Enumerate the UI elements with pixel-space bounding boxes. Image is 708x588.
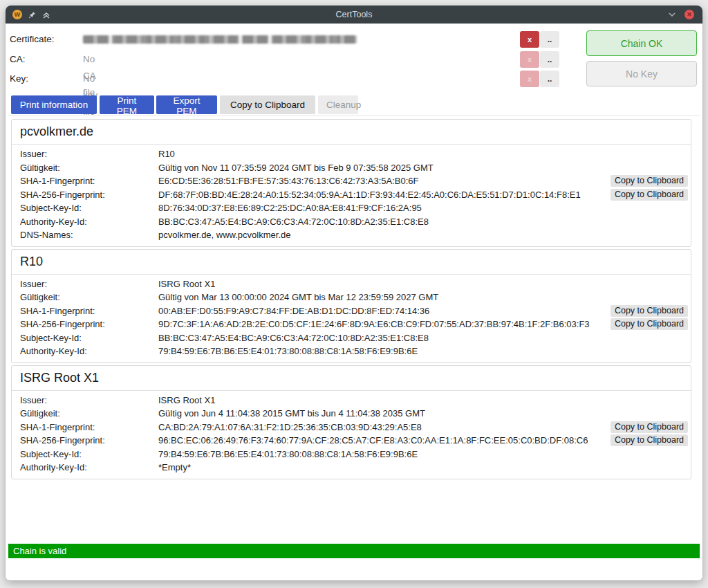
cert-field-label: Subject-Key-Id: (20, 449, 158, 459)
cert-row: Issuer:ISRG Root X1 (20, 277, 688, 291)
cert-title-divider (12, 274, 691, 275)
cert-field-value: DF:68:7F:0B:BD:4E:28:24:A0:15:52:34:05:9… (158, 190, 611, 200)
cert-row: Gültigkeit:Gültig von Mar 13 00:00:00 20… (20, 291, 688, 304)
cert-row: SHA-256-Fingerprint:DF:68:7F:0B:BD:4E:28… (20, 188, 688, 202)
cert-field-label: SHA-1-Fingerprint: (20, 422, 158, 432)
cert-field-value: Gültig von Jun 4 11:04:38 2015 GMT bis J… (158, 408, 688, 419)
cert-row: Authority-Key-Id:79:B4:59:E6:7B:B6:E5:E4… (20, 344, 688, 358)
cert-field-label: Issuer: (20, 395, 158, 405)
key-browse-button[interactable]: .. (540, 71, 559, 87)
certificate-browse-button[interactable]: .. (540, 31, 559, 48)
ca-label: CA: (10, 51, 26, 68)
cert-row: SHA-256-Fingerprint:96:BC:EC:06:26:49:76… (20, 434, 688, 448)
window-title: CertTools (6, 6, 702, 24)
cert-field-label: Subject-Key-Id: (20, 203, 158, 213)
cert-field-value: Gültig von Mar 13 00:00:00 2024 GMT bis … (158, 292, 688, 302)
export-pem-button[interactable]: Export PEM (156, 95, 217, 114)
cert-field-value: 00:AB:EF:D0:55:F9:A9:C7:84:FF:DE:AB:D1:D… (158, 306, 611, 316)
print-pem-button[interactable]: Print PEM (100, 95, 154, 114)
cert-field-label: Authority-Key-Id: (20, 217, 158, 227)
cert-row: SHA-256-Fingerprint:9D:7C:3F:1A:A6:AD:2B… (20, 318, 688, 331)
cert-field-label: DNS-Names: (20, 230, 158, 240)
certificate-card: R10 Issuer:ISRG Root X1Gültigkeit:Gültig… (11, 249, 691, 363)
cert-row: Issuer:ISRG Root X1 (20, 394, 688, 407)
cert-rows: Issuer:ISRG Root X1Gültigkeit:Gültig von… (12, 394, 691, 475)
cert-field-label: SHA-256-Fingerprint: (20, 319, 158, 329)
copy-to-clipboard-button[interactable]: Copy to Clipboard (611, 318, 688, 330)
cert-field-label: Subject-Key-Id: (20, 333, 158, 343)
cert-title: pcvolkmer.de (20, 123, 682, 140)
cert-field-value: Gültig von Nov 11 07:35:59 2024 GMT bis … (158, 163, 688, 173)
cert-list: pcvolkmer.de Issuer:R10Gültigkeit:Gültig… (11, 119, 691, 481)
certificate-label: Certificate: (10, 31, 55, 48)
cert-field-value: 79:B4:59:E6:7B:B6:E5:E4:01:73:80:08:88:C… (158, 449, 688, 459)
cert-field-value: BB:BC:C3:47:A5:E4:BC:A9:C6:C3:A4:72:0C:1… (158, 217, 688, 227)
cert-field-value: 79:B4:59:E6:7B:B6:E5:E4:01:73:80:08:88:C… (158, 346, 688, 356)
cert-field-label: Gültigkeit: (20, 163, 158, 173)
cert-field-value: E6:CD:5E:36:28:51:FB:FE:57:35:43:76:13:C… (158, 176, 611, 186)
cert-row: Gültigkeit:Gültig von Jun 4 11:04:38 201… (20, 407, 688, 421)
cert-row: Subject-Key-Id:BB:BC:C3:47:A5:E4:BC:A9:C… (20, 331, 688, 345)
print-information-button[interactable]: Print information (11, 95, 97, 114)
certificate-card: pcvolkmer.de Issuer:R10Gültigkeit:Gültig… (11, 119, 691, 247)
copy-to-clipboard-toolbar-button[interactable]: Copy to Clipboard (220, 95, 315, 114)
cert-row: Authority-Key-Id:BB:BC:C3:47:A5:E4:BC:A9… (20, 215, 688, 229)
cert-row: SHA-1-Fingerprint:CA:BD:2A:79:A1:07:6A:3… (20, 421, 688, 434)
cert-row: DNS-Names:pcvolkmer.de, www.pcvolkmer.de (20, 228, 688, 242)
cert-field-label: SHA-1-Fingerprint: (20, 176, 158, 186)
certificate-card: ISRG Root X1 Issuer:ISRG Root X1Gültigke… (11, 365, 691, 479)
copy-to-clipboard-button[interactable]: Copy to Clipboard (611, 305, 688, 317)
cert-rows: Issuer:R10Gültigkeit:Gültig von Nov 11 0… (12, 147, 691, 242)
cert-field-label: Authority-Key-Id: (20, 462, 158, 472)
certificate-path-masked (83, 35, 357, 44)
cert-title-divider (12, 390, 691, 391)
cert-row: Issuer:R10 (20, 147, 688, 161)
certificate-clear-button[interactable]: x (520, 31, 539, 48)
chain-ok-button[interactable]: Chain OK (586, 30, 697, 56)
certtools-window: W CertTools ✕ Certificate: x .. CA: No C… (6, 6, 702, 580)
cert-field-value: CA:BD:2A:79:A1:07:6A:31:F2:1D:25:36:35:C… (158, 422, 611, 432)
cert-field-label: Issuer: (20, 149, 158, 159)
ca-clear-button[interactable]: x (520, 51, 539, 68)
cert-field-label: Authority-Key-Id: (20, 346, 158, 356)
cert-row: Gültigkeit:Gültig von Nov 11 07:35:59 20… (20, 161, 688, 175)
status-bar: Chain is valid (8, 544, 700, 558)
cert-field-value: ISRG Root X1 (158, 279, 688, 289)
cert-row: SHA-1-Fingerprint:E6:CD:5E:36:28:51:FB:F… (20, 174, 688, 188)
ca-browse-button[interactable]: .. (540, 51, 559, 68)
toolbar-separator (8, 116, 700, 116)
cert-title-divider (12, 144, 691, 145)
no-key-button[interactable]: No Key (586, 61, 697, 86)
cert-field-label: SHA-256-Fingerprint: (20, 435, 158, 445)
cleanup-button[interactable]: Cleanup (318, 95, 358, 114)
cert-row: Subject-Key-Id:79:B4:59:E6:7B:B6:E5:E4:0… (20, 448, 688, 461)
cert-field-value: ISRG Root X1 (158, 395, 688, 405)
key-clear-button[interactable]: x (520, 71, 539, 87)
cert-title: ISRG Root X1 (20, 369, 682, 387)
copy-to-clipboard-button[interactable]: Copy to Clipboard (611, 434, 688, 446)
copy-to-clipboard-button[interactable]: Copy to Clipboard (611, 189, 688, 201)
cert-field-label: SHA-256-Fingerprint: (20, 190, 158, 200)
cert-field-value: R10 (158, 149, 688, 159)
cert-field-value: pcvolkmer.de, www.pcvolkmer.de (158, 230, 688, 240)
cert-title: R10 (20, 253, 682, 270)
cert-field-value: 96:BC:EC:06:26:49:76:F3:74:60:77:9A:CF:2… (158, 435, 611, 445)
cert-row: Authority-Key-Id:*Empty* (20, 461, 688, 475)
cert-row: SHA-1-Fingerprint:00:AB:EF:D0:55:F9:A9:C… (20, 304, 688, 318)
cert-field-label: SHA-1-Fingerprint: (20, 306, 158, 316)
cert-field-value: 9D:7C:3F:1A:A6:AD:2B:2E:C0:D5:CF:1E:24:6… (158, 319, 611, 329)
cert-field-label: Issuer: (20, 279, 158, 289)
cert-field-value: *Empty* (158, 462, 688, 472)
cert-rows: Issuer:ISRG Root X1Gültigkeit:Gültig von… (12, 277, 691, 358)
cert-field-value: 8D:76:34:0D:37:E8:E6:89:C2:25:DC:A0:8A:E… (158, 203, 688, 213)
titlebar: W CertTools ✕ (6, 6, 702, 24)
copy-to-clipboard-button[interactable]: Copy to Clipboard (611, 175, 688, 187)
cert-field-value: BB:BC:C3:47:A5:E4:BC:A9:C6:C3:A4:72:0C:1… (158, 333, 688, 343)
cert-field-label: Gültigkeit: (20, 408, 158, 419)
copy-to-clipboard-button[interactable]: Copy to Clipboard (611, 421, 688, 433)
cert-field-label: Gültigkeit: (20, 292, 158, 302)
key-label: Key: (10, 71, 28, 87)
chevron-down-icon[interactable] (668, 12, 676, 17)
close-icon[interactable]: ✕ (684, 10, 694, 19)
cert-row: Subject-Key-Id:8D:76:34:0D:37:E8:E6:89:C… (20, 201, 688, 215)
